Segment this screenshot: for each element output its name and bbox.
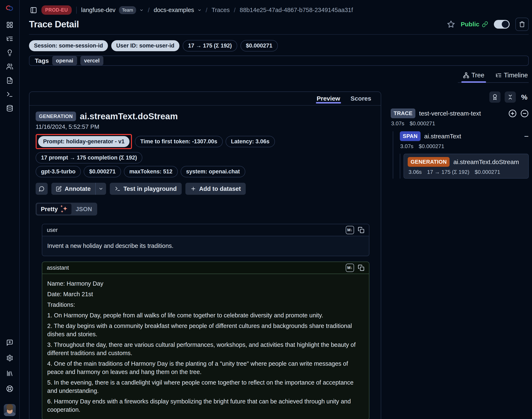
message-plus-icon — [6, 339, 13, 346]
prompt-badge[interactable]: Prompt: holiday-generator - v1 — [38, 136, 129, 147]
title-actions: Public — [447, 18, 529, 31]
tab-scores[interactable]: Scores — [350, 92, 372, 105]
generation-type-badge: GENERATION — [408, 157, 450, 167]
sidebar-item-evaluation[interactable] — [5, 76, 14, 85]
markdown-icon[interactable]: M↓ — [346, 264, 354, 272]
chevron-down-icon — [99, 186, 103, 191]
max-tokens-badge: maxTokens: 512 — [124, 166, 178, 177]
annotate-pencil-icon — [56, 186, 62, 192]
message-content: Invent a new holiday and describe its tr… — [42, 236, 369, 256]
observation-timestamp: 11/16/2024, 5:52:57 PM — [36, 123, 374, 130]
sidebar-item-feedback[interactable] — [5, 339, 14, 347]
sidebar-item-users[interactable] — [5, 63, 14, 71]
sidebar-bottom-nav — [4, 339, 16, 416]
tag-openai[interactable]: openai — [52, 56, 77, 65]
collapse-node-icon[interactable]: − — [524, 132, 529, 140]
copy-icon[interactable] — [358, 227, 364, 233]
public-toggle[interactable] — [494, 20, 510, 29]
chevron-down-icon[interactable] — [139, 8, 144, 12]
annotate-dropdown-button[interactable] — [95, 183, 106, 195]
plus-icon — [190, 186, 196, 192]
breadcrumb-project[interactable]: docs-examples — [154, 7, 194, 13]
sidebar-item-tracing[interactable] — [5, 35, 14, 43]
avatar[interactable] — [4, 404, 16, 416]
observation-badges-row-1: Prompt: holiday-generator - v1 Time to f… — [36, 134, 374, 163]
tree-node-span[interactable]: SPAN ai.streamText − — [400, 131, 529, 141]
collapse-all-circle-icon[interactable] — [520, 109, 529, 118]
page-title: Trace Detail — [29, 19, 79, 29]
percent-icon[interactable]: % — [520, 93, 529, 101]
tab-tree[interactable]: Tree — [462, 70, 485, 82]
terminal-icon — [6, 91, 13, 98]
annotate-split-button: Annotate — [51, 183, 106, 195]
user-text: Invent a new holiday and describe its tr… — [47, 242, 364, 250]
copy-icon[interactable] — [358, 264, 364, 271]
message-role: assistant — [47, 265, 69, 271]
sidebar-item-datasets[interactable] — [5, 104, 14, 112]
tab-timeline[interactable]: Timeline — [495, 70, 529, 82]
session-badge[interactable]: Session: some-session-id — [29, 40, 108, 51]
assistant-paragraph: Name: Harmony Day — [47, 279, 364, 288]
breadcrumb-org[interactable]: langfuse-dev — [81, 7, 116, 13]
star-icon[interactable] — [447, 20, 455, 28]
test-in-playground-button[interactable]: Test in playground — [110, 183, 182, 195]
observation-type-badge: GENERATION — [36, 112, 76, 121]
sidebar-toggle-icon[interactable] — [29, 6, 38, 15]
format-json-button[interactable]: JSON — [72, 204, 96, 214]
scores-award-icon[interactable] — [489, 92, 500, 103]
sidebar-item-support[interactable] — [5, 385, 14, 393]
env-badge: PROD-EU — [41, 5, 72, 15]
life-buoy-icon — [6, 385, 13, 392]
prompt-badge-highlight: Prompt: holiday-generator - v1 — [36, 134, 132, 149]
observation-actions: Annotate Test in playground Add to datas… — [36, 183, 374, 195]
tree-network-icon — [463, 72, 469, 79]
link-icon — [482, 21, 488, 27]
format-pretty-button[interactable]: Pretty ✦✦✦ — [37, 204, 72, 214]
prompt-completion-badge: 17 prompt → 175 completion (Σ 192) — [36, 152, 142, 163]
header-divider — [29, 34, 529, 35]
trace-metrics: 3.07s $0.000271 — [391, 120, 529, 127]
observation-title: ai.streamText.doStream — [80, 111, 178, 121]
tab-preview[interactable]: Preview — [316, 92, 341, 105]
message-content: Name: Harmony Day Date: March 21st Tradi… — [42, 274, 369, 419]
expand-all-icon[interactable] — [508, 109, 517, 118]
active-tab-underline — [461, 81, 486, 83]
trace-name: test-vercel-stream-text — [419, 110, 481, 117]
sidebar-item-dashboard[interactable] — [5, 21, 14, 29]
tree-node-generation-selected[interactable]: GENERATION ai.streamText.doStream 3.06s … — [404, 154, 529, 179]
add-to-dataset-button[interactable]: Add to dataset — [186, 183, 246, 195]
span-type-badge: SPAN — [400, 131, 421, 141]
span-latency: 3.07s — [400, 143, 413, 150]
delete-trace-button[interactable] — [515, 18, 529, 31]
view-mode-tabs: Tree Timeline — [458, 70, 529, 83]
format-toggle: Pretty ✦✦✦ JSON — [36, 203, 97, 216]
chevron-down-icon[interactable] — [198, 8, 202, 12]
assistant-paragraph: 1. On Harmony Day, people from all walks… — [47, 311, 364, 319]
breadcrumb-traces[interactable]: Traces — [211, 7, 230, 13]
sidebar-item-prompts[interactable] — [5, 49, 14, 57]
sidebar-item-library[interactable] — [5, 369, 14, 378]
langfuse-logo-icon[interactable] — [5, 5, 14, 12]
terminal-icon — [115, 186, 121, 192]
sidebar-item-settings[interactable] — [5, 354, 14, 362]
tree-node-trace[interactable]: TRACE test-vercel-stream-text — [391, 108, 529, 118]
sidebar-item-playground[interactable] — [5, 90, 14, 99]
public-label: Public — [461, 21, 479, 28]
timeline-icon — [495, 72, 502, 79]
sparkles-icon: ✦✦✦ — [60, 206, 67, 213]
model-badge[interactable]: gpt-3.5-turbo — [36, 166, 81, 177]
comment-button[interactable] — [36, 183, 48, 195]
trace-type-badge: TRACE — [391, 108, 415, 118]
collapse-all-icon[interactable] — [505, 92, 516, 103]
trace-latency: 3.07s — [391, 120, 404, 127]
user-id-badge[interactable]: User ID: some-user-id — [111, 40, 179, 51]
breadcrumb-separator: / — [206, 7, 207, 14]
annotate-button[interactable]: Annotate — [51, 183, 95, 195]
markdown-icon[interactable]: M↓ — [346, 226, 354, 234]
public-link[interactable]: Public — [461, 21, 488, 28]
database-icon — [6, 105, 13, 112]
tag-vercel[interactable]: vercel — [80, 56, 103, 65]
span-cost: $0.000271 — [419, 143, 444, 150]
observation-badges-row-2: gpt-3.5-turbo $0.000271 maxTokens: 512 s… — [36, 166, 374, 177]
span-metrics: 3.07s $0.000271 — [400, 143, 529, 150]
